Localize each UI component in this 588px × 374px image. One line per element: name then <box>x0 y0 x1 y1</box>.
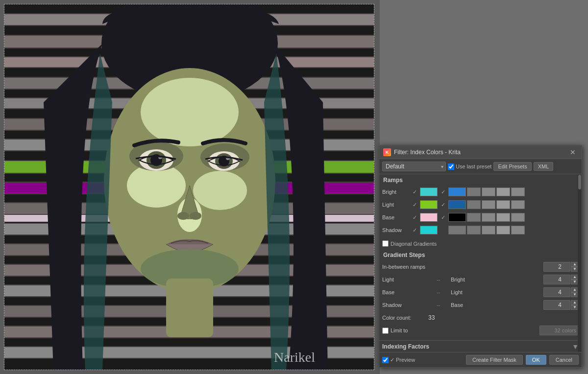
ramp-extra-s-1[interactable] <box>467 226 481 234</box>
ramp-extra-s-3[interactable] <box>496 226 510 234</box>
in-between-value-wrap: ▲ ▼ <box>478 262 579 272</box>
ramp-swatch-base-2[interactable] <box>448 213 466 222</box>
step-sep-sb: -- <box>426 302 451 308</box>
ramp-extra-bright <box>467 187 525 196</box>
ramp-label-bright: Bright <box>382 189 409 195</box>
use-last-preset-checkbox[interactable] <box>448 164 454 170</box>
ramp-label-light: Light <box>382 202 409 208</box>
in-between-input[interactable] <box>543 262 570 272</box>
indexing-factors-section: Indexing Factors ▼ <box>379 340 582 352</box>
svg-text:Narikel: Narikel <box>274 350 315 365</box>
ramp-label-shadow: Shadow <box>382 227 409 233</box>
step-input-bl[interactable] <box>543 287 570 297</box>
dialog-title-left: K Filter: Index Colors - Krita <box>383 148 461 156</box>
dialog-body: Ramps Bright ✓ ✓ Light ✓ <box>379 174 582 352</box>
ramp-row-light: Light ✓ ✓ <box>382 199 579 210</box>
step-value-lb: ▲ ▼ <box>478 275 579 284</box>
gradient-steps-header: Gradient Steps <box>379 249 582 260</box>
limit-to-row: Limit to <box>382 325 579 336</box>
gradient-section: In-between ramps ▲ ▼ Light -- Bright <box>379 260 582 340</box>
indexing-factors-label: Indexing Factors <box>382 343 429 350</box>
ramp-swatch-bright-1[interactable] <box>420 187 438 196</box>
in-between-ramps-row: In-between ramps ▲ ▼ <box>382 261 579 273</box>
ok-button[interactable]: OK <box>526 355 546 365</box>
svg-rect-56 <box>166 279 213 337</box>
step-row-light-bright: Light -- Bright ▲ ▼ <box>382 274 579 285</box>
diagonal-gradients-checkbox[interactable] <box>382 240 389 247</box>
limit-to-label[interactable]: Limit to <box>391 327 408 333</box>
preview-label[interactable]: Preview <box>396 357 415 363</box>
ramp-extra-light <box>467 200 525 209</box>
dialog-title: Filter: Index Colors - Krita <box>394 149 461 156</box>
ramp-extra-1[interactable] <box>467 187 481 196</box>
ramp-extra-2[interactable] <box>482 187 495 196</box>
ramp-extra-b-3[interactable] <box>496 213 510 222</box>
ramp-swatch-base-1[interactable] <box>420 213 438 222</box>
scrollbar-track[interactable] <box>578 174 582 352</box>
svg-point-54 <box>190 212 201 220</box>
color-count-row: Color count: 33 <box>382 312 579 324</box>
ramp-check-bright-2: ✓ <box>439 189 447 195</box>
ramp-swatch-bright-2[interactable] <box>448 187 466 196</box>
preview-checkbox[interactable] <box>382 357 389 363</box>
ramp-extra-s-4[interactable] <box>511 226 525 234</box>
limit-check-wrap: Limit to <box>382 327 431 334</box>
ramp-row-base: Base ✓ ✓ <box>382 211 579 223</box>
diagonal-gradients-label[interactable]: Diagonal Gradients <box>391 241 437 247</box>
svg-point-53 <box>177 212 189 220</box>
ramp-extra-b-1[interactable] <box>467 213 481 222</box>
step-row-shadow-base: Shadow -- Base ▲ ▼ <box>382 299 579 311</box>
step-sep-lb: -- <box>426 277 451 282</box>
ramp-swatch-shadow-1[interactable] <box>420 226 438 234</box>
step-from-base: Base <box>382 289 426 295</box>
step-value-bl: ▲ ▼ <box>478 287 579 297</box>
ramp-extra-s-2[interactable] <box>482 226 495 234</box>
ramp-extra-shadow <box>467 226 525 234</box>
scrollbar-thumb <box>578 175 581 189</box>
color-count-value: 33 <box>428 314 435 321</box>
preset-dropdown-wrap: Default <box>382 162 446 171</box>
ramp-check-base: ✓ <box>410 214 419 221</box>
step-from-shadow: Shadow <box>382 302 426 308</box>
ramp-extra-b-2[interactable] <box>482 213 495 222</box>
svg-point-39 <box>141 78 239 146</box>
step-input-lb[interactable] <box>543 275 570 284</box>
ramp-row-shadow: Shadow ✓ <box>382 224 579 236</box>
ramp-check-light-2: ✓ <box>439 202 447 208</box>
dialog-titlebar: K Filter: Index Colors - Krita ✕ <box>379 145 582 159</box>
cancel-button[interactable]: Cancel <box>549 355 579 365</box>
krita-icon: K <box>383 148 391 156</box>
close-button[interactable]: ✕ <box>568 147 578 157</box>
step-sep-bl: -- <box>426 289 451 295</box>
step-value-sb: ▲ ▼ <box>478 300 579 310</box>
step-input-sb[interactable] <box>543 300 570 310</box>
ramp-swatch-shadow-2[interactable] <box>448 226 466 234</box>
ramp-extra-b-4[interactable] <box>511 213 525 222</box>
toolbar-row: Default Use last preset Edit Presets XML <box>379 159 582 174</box>
preset-dropdown[interactable]: Default <box>382 162 446 171</box>
canvas-area: Narikel <box>0 0 380 374</box>
ramp-label-base: Base <box>382 214 409 220</box>
edit-presets-button[interactable]: Edit Presets <box>493 162 531 171</box>
ramp-extra-l-4[interactable] <box>511 200 525 209</box>
diagonal-gradients-row: Diagonal Gradients <box>379 239 582 249</box>
bottom-bar: ✓ Preview Create Filter Mask OK Cancel <box>379 352 582 367</box>
step-to-bright: Bright <box>451 277 478 282</box>
step-to-base: Base <box>451 302 478 308</box>
color-count-label: Color count: <box>382 315 426 321</box>
ramp-extra-l-2[interactable] <box>482 200 495 209</box>
xml-button[interactable]: XML <box>534 162 554 171</box>
create-filter-mask-button[interactable]: Create Filter Mask <box>466 355 523 365</box>
use-last-preset-label[interactable]: Use last preset <box>448 164 491 170</box>
ramp-swatch-light-1[interactable] <box>420 200 438 209</box>
limit-to-checkbox[interactable] <box>382 327 389 334</box>
ramp-extra-4[interactable] <box>511 187 525 196</box>
ramp-check-shadow: ✓ <box>410 227 419 234</box>
ramps-section-header: Ramps <box>379 174 582 185</box>
ramp-extra-l-1[interactable] <box>467 200 481 209</box>
step-row-base-light: Base -- Light ▲ ▼ <box>382 286 579 298</box>
ramp-extra-3[interactable] <box>496 187 510 196</box>
ramp-swatch-light-2[interactable] <box>448 200 466 209</box>
limit-colors-input[interactable] <box>539 326 579 335</box>
ramp-extra-l-3[interactable] <box>496 200 510 209</box>
